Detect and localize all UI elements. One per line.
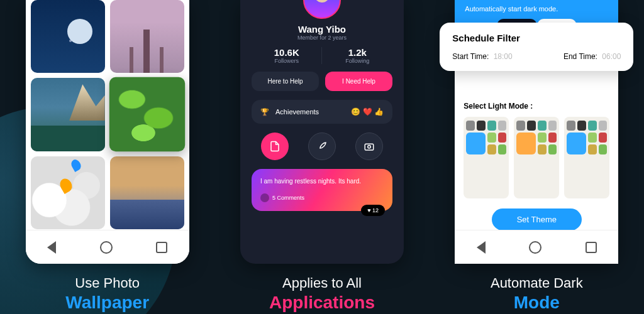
nav-home-icon[interactable] [529, 241, 541, 254]
set-theme-button[interactable]: Set Theme [492, 208, 582, 230]
darkmode-body: Select Light Mode : Set Theme [455, 51, 618, 230]
theme-option-1[interactable] [464, 117, 509, 198]
trophy-icon: 🏆 [260, 108, 269, 116]
caption-line2: Applications [269, 293, 375, 313]
wallpaper-thumb-leaves[interactable] [109, 77, 184, 152]
select-light-mode-title: Select Light Mode : [464, 102, 609, 111]
nav-recent-icon[interactable] [586, 242, 597, 253]
end-time-label: End Time: [564, 52, 597, 61]
need-help-button[interactable]: I Need Help [325, 72, 392, 91]
wallpaper-thumb-mountain[interactable] [31, 78, 105, 151]
start-time-label: Start Time: [452, 52, 489, 61]
post-likes[interactable]: ♥ 12 [361, 205, 385, 216]
achievement-badges: 😊 ❤️ 👍 [351, 107, 384, 116]
following-count: 1.2k [322, 47, 392, 58]
nav-recent-icon[interactable] [156, 242, 167, 253]
theme-option-2[interactable] [514, 117, 559, 198]
nav-back-icon[interactable] [47, 241, 56, 254]
wallpaper-thumb-pier[interactable] [110, 0, 184, 73]
android-navbar [26, 230, 189, 264]
svg-point-1 [367, 146, 370, 149]
schedule-filter-title: Schedule Filter [452, 33, 621, 43]
following-label: Following [322, 58, 392, 64]
stats-row: 10.6K Followers 1.2k Following [252, 47, 392, 64]
wallpaper-thumb-stones[interactable] [31, 156, 105, 229]
column-wallpaper: Use Photo Wallpaper [0, 0, 214, 314]
document-icon[interactable] [261, 133, 289, 160]
end-time-value: 06:00 [602, 52, 621, 61]
post-comments[interactable]: 5 Comments [260, 193, 384, 202]
start-time-group[interactable]: Start Time: 18:00 [452, 52, 512, 61]
caption-wallpaper: Use Photo Wallpaper [65, 275, 149, 313]
schedule-filter-card: Schedule Filter Start Time: 18:00 End Ti… [440, 23, 633, 71]
svg-rect-0 [365, 144, 374, 150]
caption-line1: Use Photo [65, 275, 149, 291]
phone-mockup-profile: Wang Yibo Member for 2 years 10.6K Follo… [240, 0, 404, 264]
start-time-value: 18:00 [494, 52, 513, 61]
caption-applications: Applies to All Applications [269, 275, 375, 313]
caption-line2: Wallpaper [65, 293, 149, 313]
caption-line2: Mode [491, 293, 583, 313]
android-navbar [455, 230, 618, 264]
followers-count: 10.6K [252, 47, 322, 58]
profile-member-since: Member for 2 years [252, 35, 392, 41]
stat-followers[interactable]: 10.6K Followers [252, 47, 323, 64]
phone-mockup-darkmode: Automatically start dark mode. Light Dar… [455, 0, 618, 264]
followers-label: Followers [252, 58, 322, 64]
end-time-group[interactable]: End Time: 06:00 [564, 52, 621, 61]
post-card[interactable]: I am having restless nights. Its hard. 5… [252, 169, 392, 211]
theme-option-3[interactable] [564, 117, 609, 198]
caption-line1: Applies to All [269, 275, 375, 291]
wallpaper-thumb-moon[interactable] [31, 0, 105, 73]
column-applications: Wang Yibo Member for 2 years 10.6K Follo… [214, 0, 429, 314]
stat-following[interactable]: 1.2k Following [322, 47, 392, 64]
columns-container: Use Photo Wallpaper Wang Yibo Member for… [0, 0, 644, 314]
achievements-card[interactable]: 🏆 Achievements 😊 ❤️ 👍 [252, 100, 392, 124]
avatar[interactable] [303, 0, 341, 19]
nav-back-icon[interactable] [477, 241, 486, 254]
caption-darkmode: Automate Dark Mode [491, 275, 583, 313]
achievements-label: Achievements [275, 108, 319, 116]
auto-start-text: Automatically start dark mode. [465, 5, 608, 13]
help-buttons: Here to Help I Need Help [252, 72, 392, 91]
profile-name: Wang Yibo [252, 24, 392, 35]
schedule-times-row: Start Time: 18:00 End Time: 06:00 [452, 52, 621, 61]
caption-line1: Automate Dark [491, 275, 583, 291]
phone-mockup-gallery [26, 0, 189, 264]
column-darkmode: Automatically start dark mode. Light Dar… [430, 0, 644, 314]
post-text: I am having restless nights. Its hard. [260, 178, 384, 185]
nav-home-icon[interactable] [100, 241, 113, 254]
theme-previews [464, 117, 609, 198]
here-to-help-button[interactable]: Here to Help [252, 72, 319, 91]
feather-icon[interactable] [308, 133, 336, 160]
camera-icon[interactable] [355, 133, 383, 160]
wallpaper-thumb-sunset[interactable] [110, 156, 184, 229]
action-icons-row [252, 133, 392, 160]
wallpaper-gallery [26, 0, 189, 229]
